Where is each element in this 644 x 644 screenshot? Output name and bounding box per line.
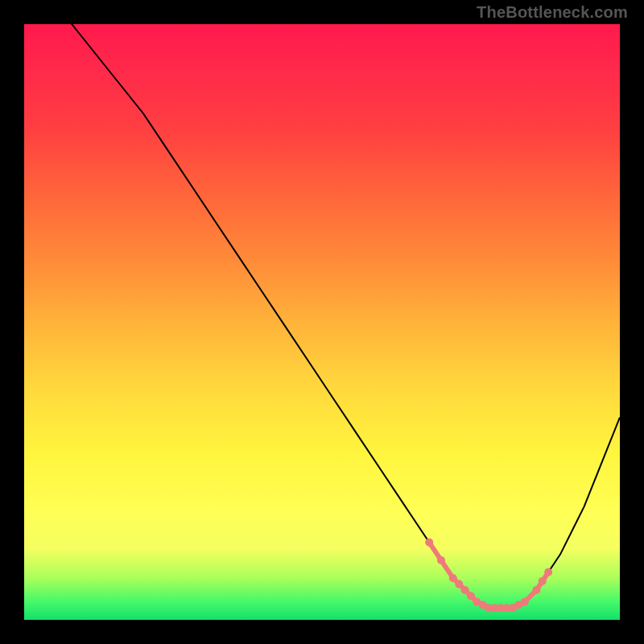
curve-layer <box>24 24 620 620</box>
bottleneck-curve <box>24 24 620 608</box>
highlight-point <box>425 539 433 547</box>
highlight-segment <box>429 543 548 608</box>
highlight-point <box>461 586 469 594</box>
highlight-point <box>437 556 445 564</box>
highlight-point <box>544 568 552 576</box>
highlight-markers <box>425 539 552 612</box>
highlight-point <box>539 577 547 585</box>
chart-frame: TheBottleneck.com <box>0 0 644 644</box>
highlight-point <box>532 586 540 594</box>
highlight-point <box>521 598 529 606</box>
highlight-point <box>467 592 475 600</box>
highlight-point <box>449 574 457 582</box>
plot-area <box>24 24 620 620</box>
watermark-text: TheBottleneck.com <box>477 3 628 22</box>
highlight-point <box>455 580 463 588</box>
